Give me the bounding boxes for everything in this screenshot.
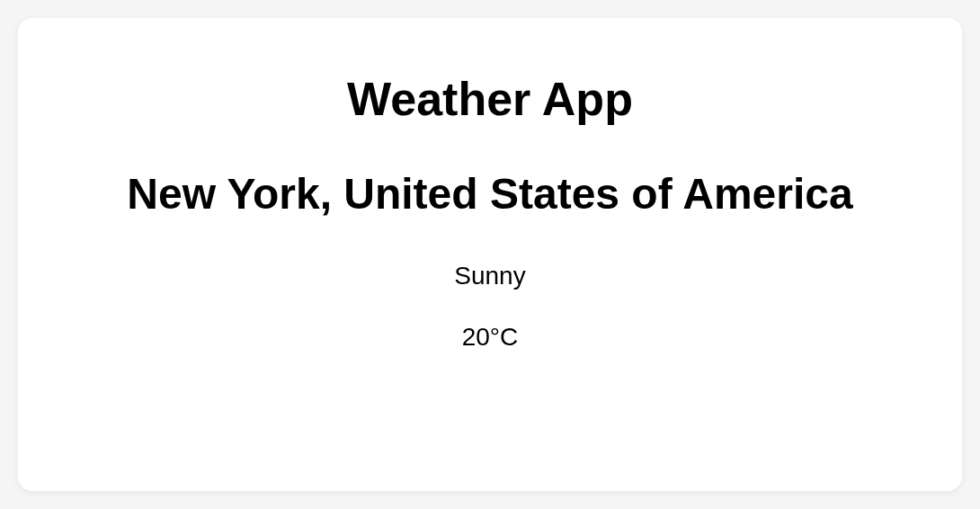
app-title: Weather App xyxy=(347,72,633,126)
temperature-text: 20°C xyxy=(462,323,519,352)
weather-card: Weather App New York, United States of A… xyxy=(18,18,962,491)
location-text: New York, United States of America xyxy=(127,169,852,219)
condition-text: Sunny xyxy=(454,262,525,290)
